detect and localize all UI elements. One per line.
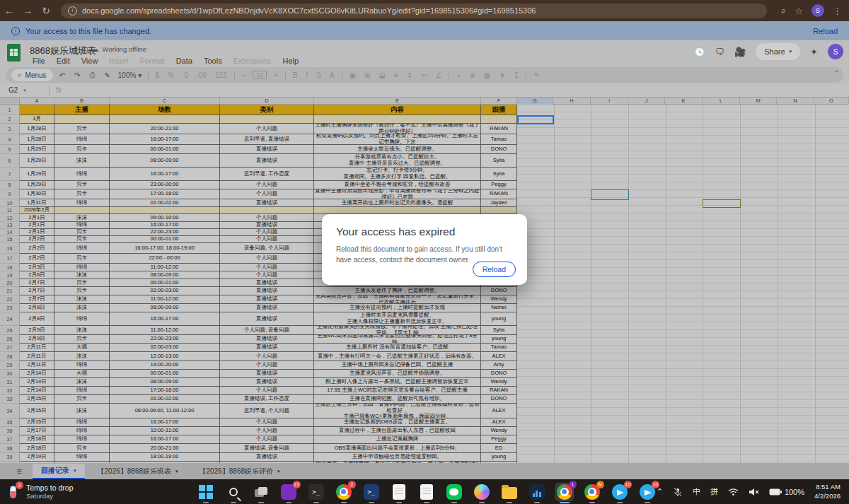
table-row[interactable]: 312月14日沫沫08:00-09:00直播错误刚上播时人像上方露出一条黑线。已… <box>0 378 849 387</box>
table-row[interactable]: 242月8日绵绵16:00-17:00直播错误上播时未开启麦克风需要提醒。 主播… <box>0 312 849 326</box>
cell-d[interactable]: 直播错误 <box>220 335 314 344</box>
cell-a[interactable]: 2月6日 <box>20 271 54 279</box>
menu-help[interactable]: Help <box>278 56 303 66</box>
cell-a[interactable]: 1月29日 <box>20 181 54 189</box>
column-header-O[interactable]: O <box>814 98 849 105</box>
column-header-C[interactable]: C <box>110 98 220 105</box>
cell-c[interactable]: 16:00-17:00 <box>110 168 220 181</box>
cell-e[interactable]: 内容 <box>314 105 481 115</box>
table-row[interactable]: 91月30日贝卡17:00-18:00个人问题直播中主播背后突然出现黑影，申请离… <box>0 189 849 199</box>
cell-f[interactable]: Amy <box>481 361 517 370</box>
column-header-J[interactable]: J <box>628 98 665 105</box>
cell-a[interactable]: 2月7日 <box>20 287 54 295</box>
row-number[interactable]: 18 <box>0 264 20 271</box>
cell-e[interactable]: 忘记打卡。打卡慢9分钟。 直播期间。主播多次打字 回复私信。已提醒。 <box>314 168 481 181</box>
cell-c[interactable]: 08:00-09:00, 11:00-12:00 <box>110 404 220 418</box>
cell-a[interactable]: 2026年2月 <box>20 207 54 214</box>
row-number[interactable]: 1 <box>0 105 20 115</box>
sheet-tab-3[interactable]: 【2026】8868娱乐评价▾ <box>191 464 289 479</box>
cell-e[interactable]: 主播麦克风没声音。已提醒并协助调整。 <box>314 370 481 378</box>
row-number[interactable]: 22 <box>0 295 20 304</box>
cell-b[interactable]: 绵绵 <box>54 168 110 181</box>
gemini-icon[interactable]: ✦ <box>810 47 818 57</box>
row-number[interactable]: 16 <box>0 243 20 254</box>
cell-c[interactable]: 00:00-01:00 <box>110 236 220 243</box>
cell-a[interactable]: 2月17日 <box>20 427 54 435</box>
battery-indicator[interactable]: 100% <box>769 488 804 496</box>
ime-language-button[interactable]: 中 <box>693 486 700 497</box>
table-row[interactable]: 262月9日贝卡22:00-23:00直播错误主播WC回来后面绿幕露出来需要照照… <box>0 335 849 344</box>
table-row[interactable]: 382月18日贝卡20:00-21:00直播错误, 设备问题OBS直播画面出问题… <box>0 444 849 453</box>
cell-b[interactable]: 沫沫 <box>54 214 110 222</box>
cell-c[interactable]: 02:00-03:00 <box>110 287 220 295</box>
collapse-toolbar-icon[interactable]: ⌃ <box>833 70 839 77</box>
cell-c[interactable]: 00:00-01:00 <box>110 145 220 154</box>
cell-c[interactable]: 18:00-19:00 <box>110 453 220 462</box>
cell-a[interactable]: 2月1日 <box>20 222 54 229</box>
dialog-reload-button[interactable]: Reload <box>473 262 516 277</box>
row-number[interactable]: 4 <box>0 134 20 145</box>
cell-b[interactable]: 贝卡 <box>54 335 110 344</box>
cell-b[interactable]: 主播 <box>54 105 110 115</box>
cell-a[interactable]: 1月31日 <box>20 199 54 207</box>
cell-a[interactable]: 2月8日 <box>20 312 54 326</box>
cell-a[interactable]: 1月28日 <box>20 134 54 145</box>
cell-c[interactable]: 16:00-17:00 <box>110 134 220 145</box>
cell-e[interactable]: 主播头发遮住了胸牌，已提醒调整。 <box>314 287 481 295</box>
cell-c[interactable]: 11:00-12:00 <box>110 326 220 335</box>
cell-d[interactable]: 个人问题 <box>220 271 314 279</box>
cell-c[interactable]: 01:00-02:00 <box>110 199 220 207</box>
cell-c[interactable]: 17:00-18:00 <box>110 189 220 199</box>
table-row[interactable]: 31月28日贝卡20:00-21:00个人问题上播时主播胸牌未调整好《被挡住，看… <box>0 124 849 134</box>
undo-icon[interactable]: ↶ <box>58 71 67 79</box>
cell-f[interactable]: Neinei <box>481 304 517 312</box>
notepad-2[interactable] <box>417 483 436 501</box>
cell-d[interactable]: 直播错误 <box>220 453 314 462</box>
column-header-M[interactable]: M <box>740 98 777 105</box>
cell-a[interactable]: 2月15日 <box>20 404 54 418</box>
cell-d[interactable]: 设备问题, 个人问题 <box>220 243 314 254</box>
cell-b[interactable]: 沫沫 <box>54 304 110 312</box>
volume-muted-icon[interactable] <box>749 488 759 496</box>
cell-d[interactable]: 迟到早退, 个人问题 <box>220 404 314 418</box>
cell-f[interactable]: young <box>481 453 517 462</box>
cell-c[interactable]: 00:00-01:00 <box>110 279 220 287</box>
row-number[interactable]: 9 <box>0 189 20 199</box>
cell-e[interactable]: 上播时主播胸牌未调整好《被挡住，看不见》主播中请离播调整《花了两分钟处理好》 <box>314 124 481 134</box>
row-number[interactable]: 13 <box>0 222 20 229</box>
terminal-app[interactable]: >_ <box>307 483 325 501</box>
cell-c[interactable]: 02:00-03:00 <box>110 344 220 352</box>
cell-a[interactable]: 2月11日 <box>20 344 54 352</box>
cell-f[interactable]: Sylia <box>481 168 517 181</box>
table-row[interactable]: 112026年2月 <box>0 207 849 214</box>
cell-c[interactable]: 20:00-21:00 <box>110 124 220 134</box>
cell-a[interactable]: 2月1日 <box>20 214 54 222</box>
cell-e[interactable]: 主播离开岗位上厕所时忘记关闭摄像头。需提醒 <box>314 199 481 207</box>
cell-a[interactable]: 2月11日 <box>20 352 54 361</box>
cell-d[interactable]: 直播错误 <box>220 199 314 207</box>
cell-d[interactable]: 个人问题 <box>220 236 314 243</box>
cell-c[interactable]: 01:00-02:00 <box>110 395 220 404</box>
cell-d[interactable]: 个人问题 <box>220 387 314 395</box>
cell-f[interactable] <box>481 207 517 214</box>
cell-d[interactable]: 个人问题 <box>220 229 314 236</box>
cell-c[interactable]: 22:00-23:00 <box>110 335 220 344</box>
cell-a[interactable]: 2月9日 <box>20 326 54 335</box>
search-button[interactable] <box>224 483 243 501</box>
row-number[interactable]: 36 <box>0 427 20 435</box>
chrome-profile-1[interactable]: 2 <box>335 483 353 501</box>
browser-profile-avatar[interactable]: S <box>812 4 824 17</box>
row-number[interactable]: 27 <box>0 344 20 352</box>
cell-c[interactable]: 19:00-20:00 <box>110 361 220 370</box>
star-icon[interactable]: ☆ <box>74 46 80 54</box>
cell-b[interactable]: 绵绵 <box>54 222 110 229</box>
powershell-app[interactable]: >_ <box>362 483 381 501</box>
cell-a[interactable]: 2月9日 <box>20 335 54 344</box>
cell-b[interactable]: 绵绵 <box>54 435 110 444</box>
cell-b[interactable]: 绵绵 <box>54 199 110 207</box>
cell-b[interactable]: 绵绵 <box>54 312 110 326</box>
cell-a[interactable]: 2月15日 <box>20 418 54 427</box>
cell-d[interactable]: 个人问题 <box>220 214 314 222</box>
cell-e[interactable]: 17:55 主播上WC时忘记在聊天室发餐台给客户。已提醒主播 <box>314 387 481 395</box>
cell-c[interactable]: 12:00-13:00 <box>110 352 220 361</box>
